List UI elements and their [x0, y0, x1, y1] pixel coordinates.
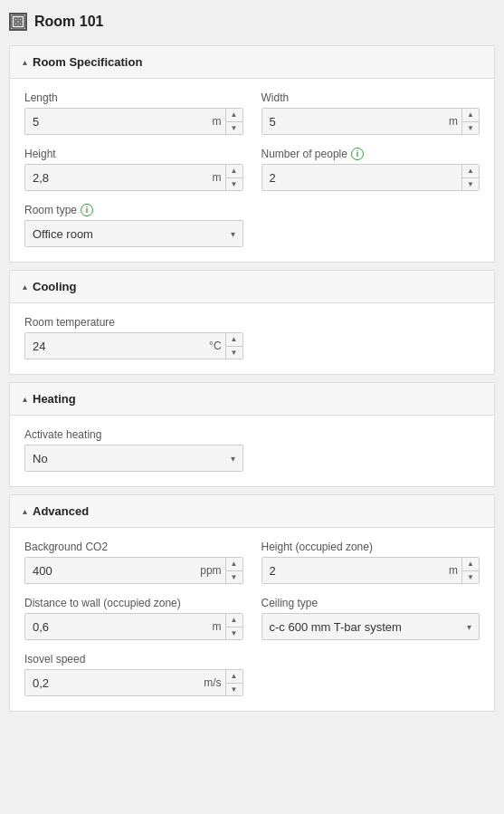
unit-length: m — [209, 115, 225, 128]
spinner-height-occupied-up[interactable]: ▲ — [462, 558, 479, 571]
input-distance-wall[interactable] — [25, 614, 209, 639]
input-background-co2[interactable] — [25, 558, 196, 583]
spinner-height-up[interactable]: ▲ — [226, 165, 242, 178]
input-wrapper-background-co2: ppm ▲ ▼ — [24, 557, 243, 584]
spinner-room-temperature-down[interactable]: ▼ — [226, 347, 242, 359]
input-wrapper-width: m ▲ ▼ — [262, 108, 480, 135]
form-group-height: Height m ▲ ▼ — [24, 148, 243, 191]
select-activate-heating[interactable]: No Yes — [25, 445, 223, 471]
spinner-height-down[interactable]: ▼ — [226, 178, 242, 191]
input-wrapper-num-people: ▲ ▼ — [262, 164, 480, 191]
form-row-activate-heating: Activate heating No Yes ▾ — [24, 428, 480, 472]
section-cooling: ▴ Cooling Room temperature °C ▲ ▼ — [9, 270, 495, 375]
section-heating: ▴ Heating Activate heating No Yes ▾ — [9, 382, 495, 487]
spinner-background-co2-down[interactable]: ▼ — [226, 571, 242, 584]
unit-width: m — [445, 115, 461, 128]
section-header-advanced[interactable]: ▴ Advanced — [10, 495, 494, 528]
collapse-arrow-room-specification: ▴ — [23, 57, 27, 67]
spinner-distance-wall-down[interactable]: ▼ — [226, 627, 242, 640]
label-length: Length — [24, 91, 243, 104]
unit-height-occupied: m — [445, 564, 461, 577]
section-header-heating[interactable]: ▴ Heating — [10, 383, 494, 416]
svg-rect-2 — [19, 18, 22, 21]
form-row-distance-ceiling: Distance to wall (occupied zone) m ▲ ▼ C… — [24, 597, 480, 640]
label-num-people: Number of people i — [262, 148, 480, 160]
section-advanced: ▴ Advanced Background CO2 ppm ▲ ▼ — [9, 494, 495, 712]
form-group-num-people: Number of people i ▲ ▼ — [262, 148, 480, 191]
select-wrapper-room-type: Office room Meeting room Open office ▾ — [24, 220, 243, 247]
input-height-occupied[interactable] — [262, 558, 446, 583]
spinner-height-occupied-down[interactable]: ▼ — [462, 571, 479, 584]
spinner-isovel-speed-up[interactable]: ▲ — [226, 670, 242, 684]
unit-isovel-speed: m/s — [200, 676, 224, 689]
info-icon-num-people[interactable]: i — [351, 148, 364, 160]
form-group-isovel-speed: Isovel speed m/s ▲ ▼ — [24, 653, 243, 696]
spinner-background-co2-up[interactable]: ▲ — [226, 558, 242, 571]
form-group-distance-wall: Distance to wall (occupied zone) m ▲ ▼ — [24, 597, 243, 640]
label-background-co2: Background CO2 — [24, 541, 243, 553]
spinner-isovel-speed: ▲ ▼ — [225, 670, 242, 695]
label-isovel-speed: Isovel speed — [24, 653, 243, 666]
select-ceiling-type[interactable]: c-c 600 mm T-bar system Flat ceiling Exp… — [262, 614, 461, 639]
form-row-co2-height: Background CO2 ppm ▲ ▼ Height (occupied … — [24, 541, 480, 584]
spinner-length-down[interactable]: ▼ — [226, 122, 242, 135]
page-wrapper: Room 101 ▴ Room Specification Length m ▲… — [0, 0, 504, 728]
input-wrapper-height: m ▲ ▼ — [24, 164, 243, 191]
label-room-temperature: Room temperature — [24, 316, 243, 329]
unit-height: m — [209, 171, 225, 184]
unit-background-co2: ppm — [196, 564, 224, 577]
chevron-down-icon-room-type: ▾ — [223, 229, 242, 239]
section-title-cooling: Cooling — [33, 280, 76, 293]
spinner-distance-wall-up[interactable]: ▲ — [226, 614, 242, 627]
section-header-room-specification[interactable]: ▴ Room Specification — [10, 46, 494, 79]
input-num-people[interactable] — [262, 165, 462, 190]
spinner-isovel-speed-down[interactable]: ▼ — [226, 684, 242, 696]
form-row-length-width: Length m ▲ ▼ Width m — [24, 91, 480, 135]
select-room-type[interactable]: Office room Meeting room Open office — [25, 221, 223, 246]
collapse-arrow-heating: ▴ — [23, 394, 27, 404]
section-body-advanced: Background CO2 ppm ▲ ▼ Height (occupied … — [10, 528, 494, 711]
input-wrapper-height-occupied: m ▲ ▼ — [262, 557, 480, 584]
room-icon — [9, 13, 27, 31]
form-group-width: Width m ▲ ▼ — [262, 91, 480, 135]
input-width[interactable] — [262, 109, 446, 134]
spinner-length: ▲ ▼ — [225, 109, 242, 134]
input-length[interactable] — [25, 109, 209, 134]
form-group-room-type: Room type i Office room Meeting room Ope… — [24, 204, 243, 247]
label-width: Width — [262, 91, 480, 104]
form-group-length: Length m ▲ ▼ — [24, 91, 243, 135]
spinner-distance-wall: ▲ ▼ — [225, 614, 242, 639]
input-isovel-speed[interactable] — [25, 670, 200, 695]
form-group-ceiling-type: Ceiling type c-c 600 mm T-bar system Fla… — [262, 597, 480, 640]
label-ceiling-type: Ceiling type — [262, 597, 480, 609]
spinner-width-down[interactable]: ▼ — [462, 122, 479, 135]
spinner-width: ▲ ▼ — [461, 109, 479, 134]
spinner-width-up[interactable]: ▲ — [462, 109, 479, 122]
spinner-num-people-up[interactable]: ▲ — [462, 165, 479, 178]
page-title-bar: Room 101 — [9, 9, 495, 34]
section-body-cooling: Room temperature °C ▲ ▼ — [10, 303, 494, 374]
chevron-down-icon-ceiling-type: ▾ — [460, 622, 479, 632]
svg-rect-3 — [14, 23, 17, 25]
unit-distance-wall: m — [209, 620, 225, 633]
spinner-length-up[interactable]: ▲ — [226, 109, 242, 122]
spinner-room-temperature: ▲ ▼ — [225, 333, 242, 359]
input-wrapper-length: m ▲ ▼ — [24, 108, 243, 135]
input-wrapper-distance-wall: m ▲ ▼ — [24, 613, 243, 640]
svg-rect-0 — [12, 15, 24, 28]
select-wrapper-ceiling-type: c-c 600 mm T-bar system Flat ceiling Exp… — [262, 613, 480, 640]
input-room-temperature[interactable] — [25, 333, 205, 359]
info-icon-room-type[interactable]: i — [81, 204, 93, 216]
spinner-background-co2: ▲ ▼ — [225, 558, 242, 583]
form-row-isovel: Isovel speed m/s ▲ ▼ — [24, 653, 480, 696]
input-wrapper-isovel-speed: m/s ▲ ▼ — [24, 669, 243, 696]
svg-rect-4 — [19, 23, 22, 25]
spinner-num-people-down[interactable]: ▼ — [462, 178, 479, 191]
section-header-cooling[interactable]: ▴ Cooling — [10, 271, 494, 303]
input-height[interactable] — [25, 165, 209, 190]
spinner-room-temperature-up[interactable]: ▲ — [226, 333, 242, 347]
spinner-height-occupied: ▲ ▼ — [461, 558, 479, 583]
form-row-height-people: Height m ▲ ▼ Number of people i — [24, 148, 480, 191]
form-row-room-type: Room type i Office room Meeting room Ope… — [24, 204, 480, 247]
collapse-arrow-cooling: ▴ — [23, 282, 27, 292]
